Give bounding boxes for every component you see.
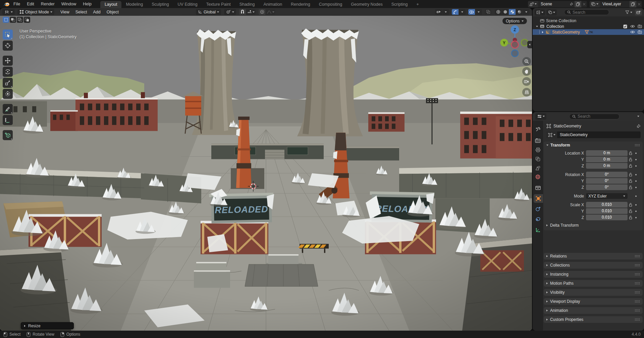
navigation-gizmo[interactable]: Z Y — [499, 21, 530, 58]
breadcrumb-object-name[interactable]: StaticGeometry — [553, 124, 581, 128]
delete-viewlayer-button[interactable] — [636, 1, 642, 7]
sidebar-toggle[interactable] — [527, 41, 532, 48]
properties-options-chevron[interactable] — [637, 116, 639, 117]
editor-type-button[interactable] — [2, 9, 15, 15]
animate-dot[interactable] — [634, 187, 638, 188]
show-object-types-selector[interactable] — [435, 9, 442, 15]
expand-icon[interactable] — [536, 26, 538, 27]
panel-grip[interactable] — [635, 309, 640, 312]
panel-grip[interactable] — [635, 282, 640, 285]
new-scene-button[interactable] — [575, 1, 581, 7]
mode-selector[interactable]: Object Mode — [17, 9, 54, 15]
viewlayer-icon[interactable] — [590, 1, 600, 7]
select-mode-extend[interactable] — [10, 17, 16, 23]
viewport-scene[interactable]: RELOADED RELOADED — [0, 16, 532, 331]
add-workspace-button[interactable]: + — [412, 1, 423, 8]
panel-grip[interactable] — [635, 291, 640, 294]
tab-collection[interactable] — [533, 183, 543, 192]
panel-visibility[interactable]: Visibility — [544, 289, 643, 296]
location-x-input[interactable]: 0 m — [586, 150, 628, 156]
pin-icon[interactable] — [636, 124, 641, 128]
tab-scripting[interactable]: Scripting — [387, 1, 412, 8]
lock-icon[interactable] — [628, 209, 634, 213]
tool-select-box[interactable] — [3, 30, 13, 40]
select-mode-invert[interactable] — [24, 17, 30, 23]
show-gizmo-dropdown[interactable] — [459, 9, 466, 15]
menu-edit[interactable]: Edit — [23, 0, 38, 8]
object-id-icon[interactable] — [546, 131, 557, 138]
outliner-search-input[interactable] — [573, 10, 606, 15]
tab-compositing[interactable]: Compositing — [315, 1, 346, 8]
tab-sculpting[interactable]: Sculpting — [147, 1, 173, 8]
delete-scene-button[interactable] — [581, 1, 587, 7]
tab-object[interactable] — [534, 194, 543, 203]
checkbox-icon[interactable] — [623, 24, 627, 29]
tab-animation[interactable]: Animation — [259, 1, 287, 8]
transform-orientation-selector[interactable]: Global — [196, 9, 221, 15]
location-z-input[interactable]: 0 m — [586, 163, 628, 169]
zoom-button[interactable] — [522, 57, 531, 66]
last-operator-panel[interactable]: Resize — [21, 322, 74, 329]
tab-geometry-nodes[interactable]: Geometry Nodes — [346, 1, 387, 8]
properties-display-mode[interactable] — [535, 113, 546, 120]
proportional-editing-toggle[interactable] — [259, 9, 265, 15]
lock-icon[interactable] — [628, 185, 634, 189]
lock-icon[interactable] — [628, 173, 634, 177]
tab-texture-paint[interactable]: Texture Paint — [202, 1, 235, 8]
outliner-filter-mode[interactable] — [546, 9, 557, 15]
animate-dot[interactable] — [634, 217, 638, 218]
animate-dot[interactable] — [634, 204, 638, 206]
shading-wireframe-button[interactable] — [495, 9, 501, 15]
outliner-display-mode[interactable] — [535, 9, 545, 15]
new-viewlayer-button[interactable] — [630, 1, 636, 7]
lock-icon[interactable] — [628, 158, 634, 162]
scene-name[interactable]: Scene — [538, 2, 568, 6]
animate-dot[interactable] — [634, 159, 638, 160]
menu-render[interactable]: Render — [38, 0, 58, 8]
panel-grip[interactable] — [635, 273, 640, 276]
animate-dot[interactable] — [634, 211, 638, 212]
menu-add[interactable]: Add — [91, 8, 103, 16]
snap-target-selector[interactable] — [246, 9, 256, 15]
viewlayer-name[interactable]: ViewLayer — [600, 2, 630, 6]
properties-search[interactable] — [569, 114, 620, 119]
hide-eye-icon[interactable] — [630, 24, 635, 28]
scale-x-input[interactable]: 0.010 — [586, 202, 628, 208]
tab-render[interactable] — [533, 136, 543, 145]
shading-rendered-button[interactable] — [516, 9, 523, 15]
rotation-y-input[interactable]: 0° — [586, 178, 628, 184]
tab-rendering[interactable]: Rendering — [286, 1, 315, 8]
outliner-row-collection[interactable]: Collection — [533, 23, 644, 29]
tab-shading[interactable]: Shading — [235, 1, 259, 8]
menu-object[interactable]: Object — [104, 8, 121, 16]
panel-grip[interactable] — [635, 264, 640, 267]
menu-window[interactable]: Window — [58, 0, 79, 8]
show-gizmo-toggle[interactable] — [452, 9, 459, 15]
disable-render-icon[interactable] — [638, 24, 642, 28]
tab-scene[interactable] — [533, 164, 543, 172]
camera-view-button[interactable] — [522, 77, 531, 86]
panel-instancing[interactable]: Instancing — [544, 271, 643, 278]
select-mode-subtract[interactable] — [17, 17, 23, 23]
lock-icon[interactable] — [628, 164, 634, 168]
object-name-field[interactable]: StaticGeometry — [546, 131, 641, 138]
panel-relations[interactable]: Relations — [544, 253, 643, 260]
tool-add-cube[interactable] — [3, 130, 13, 140]
animate-dot[interactable] — [634, 195, 638, 197]
tool-measure[interactable] — [3, 115, 13, 125]
tab-uv-editing[interactable]: UV Editing — [173, 1, 202, 8]
tab-tool[interactable] — [533, 125, 543, 133]
outliner-filter-button[interactable] — [625, 10, 632, 14]
panel-grip[interactable] — [635, 318, 640, 321]
rotation-x-input[interactable]: 0° — [586, 172, 628, 177]
tab-world[interactable] — [533, 172, 543, 181]
panel-motion-paths[interactable]: Motion Paths — [544, 280, 643, 287]
menu-view[interactable]: View — [58, 8, 72, 16]
viewlayer-selector[interactable]: ViewLayer — [590, 1, 642, 7]
hide-eye-icon[interactable] — [630, 30, 635, 34]
panel-grip[interactable] — [635, 300, 640, 303]
tab-object-data[interactable] — [533, 225, 543, 234]
show-overlays-dropdown[interactable] — [475, 9, 482, 15]
tab-view-layer[interactable] — [533, 155, 543, 163]
animate-dot[interactable] — [634, 165, 638, 167]
